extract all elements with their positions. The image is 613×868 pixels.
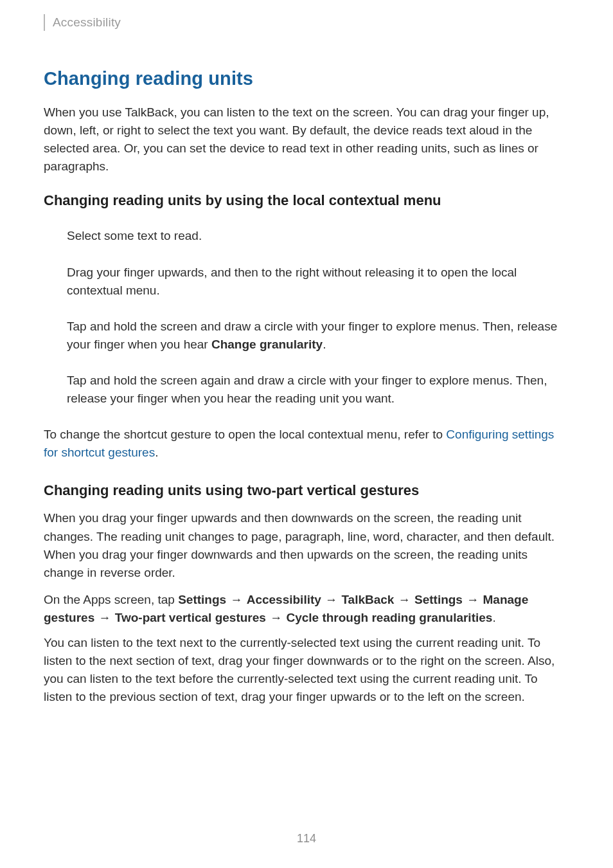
page-number: 114 <box>0 832 613 845</box>
path-segment: Cycle through reading granularities <box>286 611 492 624</box>
section-title: Changing reading units <box>44 68 569 89</box>
arrow-icon: → <box>466 593 479 606</box>
step-bold: Change granularity <box>211 338 323 351</box>
footer-text: To change the shortcut gesture to open t… <box>44 428 446 441</box>
footer-text: . <box>155 446 158 459</box>
path-segment: TalkBack <box>341 593 394 606</box>
arrow-icon: → <box>398 593 411 606</box>
arrow-icon: → <box>324 593 338 606</box>
list-item: Tap and hold the screen again and draw a… <box>67 372 569 408</box>
list-item: Drag your finger upwards, and then to th… <box>67 264 569 300</box>
path-segment: Settings <box>414 593 463 606</box>
header-label: Accessibility <box>53 15 121 30</box>
list-item: Tap and hold the screen and draw a circl… <box>67 318 569 354</box>
page-container: Accessibility Changing reading units Whe… <box>0 0 613 868</box>
subheading-local-menu: Changing reading units by using the loca… <box>44 192 569 209</box>
two-part-paragraph-2: You can listen to the text next to the c… <box>44 634 569 706</box>
footer-paragraph: To change the shortcut gesture to open t… <box>44 426 569 462</box>
page-header: Accessibility <box>44 14 569 31</box>
arrow-icon: → <box>98 611 111 624</box>
two-part-paragraph-1: When you drag your finger upwards and th… <box>44 509 569 581</box>
step-text: . <box>323 338 326 351</box>
path-tail: . <box>492 611 495 624</box>
settings-path: On the Apps screen, tap Settings → Acces… <box>44 591 569 628</box>
arrow-icon: → <box>269 611 283 624</box>
list-item: Select some text to read. <box>67 227 569 245</box>
subheading-two-part: Changing reading units using two-part ve… <box>44 482 569 499</box>
intro-paragraph: When you use TalkBack, you can listen to… <box>44 104 569 176</box>
steps-list: Select some text to read. Drag your fing… <box>44 227 569 408</box>
path-lead: On the Apps screen, tap <box>44 593 178 606</box>
header-divider-icon <box>44 14 45 31</box>
arrow-icon: → <box>229 593 243 606</box>
path-segment: Settings <box>178 593 226 606</box>
path-segment: Accessibility <box>247 593 321 606</box>
path-segment: Two-part vertical gestures <box>115 611 266 624</box>
